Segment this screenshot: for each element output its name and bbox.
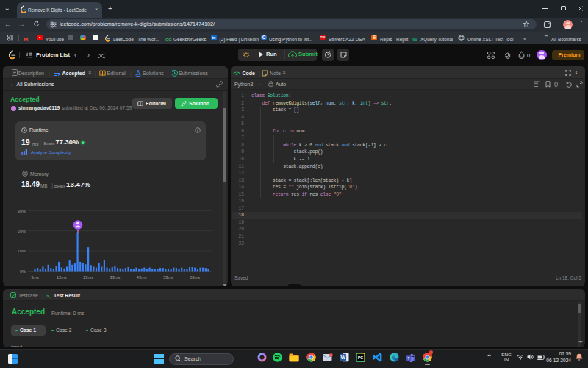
svg-text:W: W [340,355,345,360]
svg-text:0%: 0% [20,269,26,274]
svg-text:20%: 20% [18,229,26,233]
svg-text:13ms: 13ms [57,275,67,280]
svg-text:23ms: 23ms [83,275,93,280]
svg-text:53ms: 53ms [163,275,173,280]
svg-text:3ms: 3ms [31,275,39,280]
svg-text:43ms: 43ms [137,275,147,280]
svg-text:3: 3 [331,354,332,357]
svg-text:30%: 30% [18,209,26,213]
svg-text:63ms: 63ms [190,275,200,280]
svg-text:33ms: 33ms [110,275,121,280]
svg-text:10%: 10% [18,249,26,253]
svg-text:PC: PC [357,355,363,360]
